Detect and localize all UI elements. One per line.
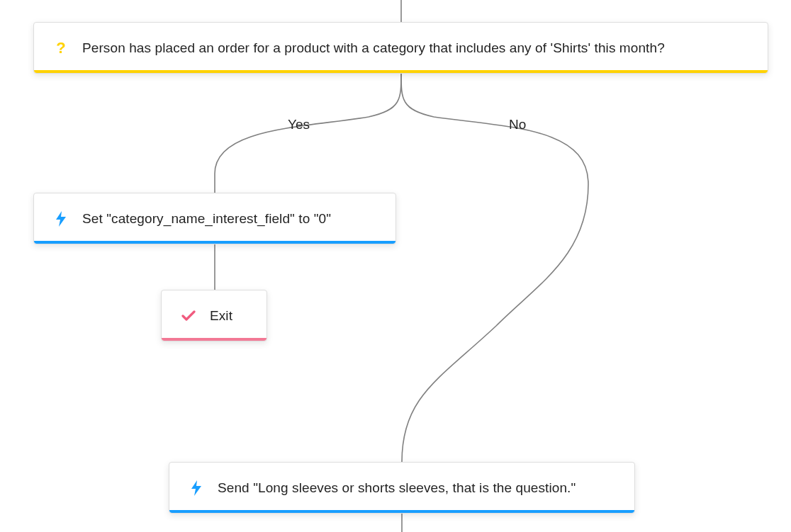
send-text: Send "Long sleeves or shorts sleeves, th… — [218, 480, 576, 496]
set-field-stripe — [34, 241, 396, 244]
decision-node[interactable]: ? Person has placed an order for a produ… — [33, 22, 768, 74]
exit-stripe — [162, 338, 267, 341]
lightning-icon — [52, 211, 69, 227]
decision-text: Person has placed an order for a product… — [82, 40, 665, 56]
exit-node[interactable]: Exit — [161, 290, 267, 341]
branch-label-no: No — [509, 117, 526, 132]
decision-stripe — [34, 70, 768, 73]
exit-text: Exit — [210, 308, 232, 324]
send-stripe — [169, 510, 634, 513]
send-node[interactable]: Send "Long sleeves or shorts sleeves, th… — [169, 462, 635, 514]
set-field-node[interactable]: Set "category_name_interest_field" to "0… — [33, 193, 396, 244]
check-icon — [180, 310, 197, 322]
set-field-text: Set "category_name_interest_field" to "0… — [82, 211, 331, 227]
lightning-icon — [188, 480, 205, 496]
connectors — [0, 0, 791, 532]
question-icon: ? — [52, 39, 69, 57]
branch-label-yes: Yes — [288, 117, 310, 132]
